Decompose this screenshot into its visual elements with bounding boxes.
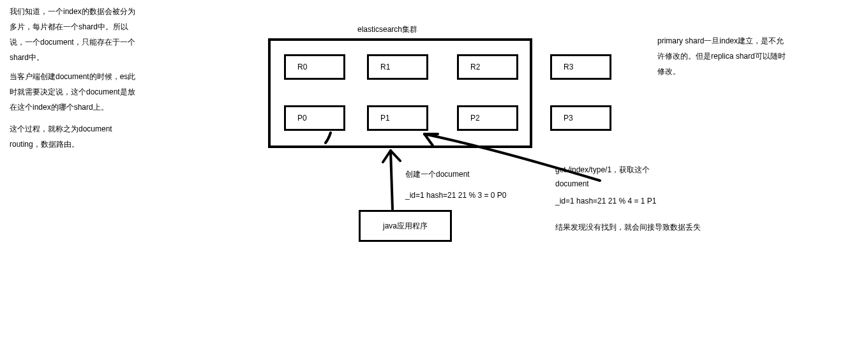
get-doc-label: get /index/type/1，获取这个document: [555, 163, 664, 191]
shard-r2: R2: [457, 54, 518, 80]
shard-r0: R0: [284, 54, 345, 80]
shard-p1: P1: [367, 105, 428, 131]
hash2-label: _id=1 hash=21 21 % 4 = 1 P1: [555, 197, 656, 205]
hash1-label: _id=1 hash=21 21 % 3 = 0 P0: [405, 191, 506, 200]
shard-r1: R1: [367, 54, 428, 80]
left-paragraph-3: 这个过程，就称之为document routing，数据路由。: [10, 121, 137, 152]
cluster-title: elasticsearch集群: [357, 24, 417, 35]
create-doc-label: 创建一个document: [405, 169, 470, 180]
shard-r3: R3: [550, 54, 611, 80]
shard-p0: P0: [284, 105, 345, 131]
shard-p3: P3: [550, 105, 611, 131]
java-app-box: java应用程序: [359, 210, 452, 242]
shard-p2: P2: [457, 105, 518, 131]
right-paragraph-1: primary shard一旦index建立，是不允许修改的。但是replica…: [657, 33, 788, 79]
left-paragraph-1: 我们知道，一个index的数据会被分为多片，每片都在一个shard中。所以说，一…: [10, 4, 137, 65]
result-label: 结果发现没有找到，就会间接导致数据丢失: [555, 222, 701, 233]
left-paragraph-2: 当客户端创建document的时候，es此时就需要决定说，这个document是…: [10, 69, 137, 115]
